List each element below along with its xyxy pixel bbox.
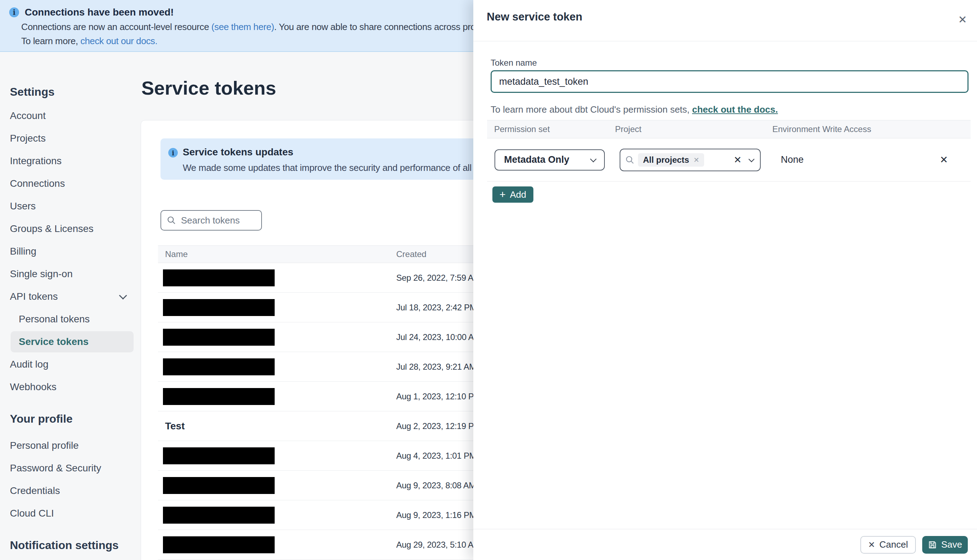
- column-header-permission-set: Permission set: [487, 124, 615, 134]
- token-name-label: Token name: [491, 58, 537, 68]
- permission-set-value: Metadata Only: [504, 154, 569, 165]
- save-button[interactable]: Save: [922, 536, 968, 553]
- chevron-down-icon: [590, 156, 596, 162]
- sidebar-item-personal-profile[interactable]: Personal profile: [10, 434, 134, 457]
- cancel-button-label: Cancel: [880, 539, 908, 550]
- chip-remove-icon[interactable]: ✕: [694, 156, 699, 164]
- chevron-down-icon: [749, 156, 754, 162]
- info-icon: i: [168, 148, 178, 157]
- token-name-cell: [163, 269, 274, 287]
- sidebar-profile-items: Personal profile Password & Security Cre…: [10, 434, 134, 525]
- token-name-cell: [163, 329, 274, 346]
- column-header-environment-write-access: Environment Write Access: [772, 124, 871, 134]
- save-button-label: Save: [941, 539, 962, 550]
- sidebar-item-api-tokens[interactable]: API tokens: [10, 285, 134, 308]
- token-name-input[interactable]: [491, 70, 969, 93]
- token-name-cell: [163, 299, 274, 316]
- sidebar-item-single-sign-on[interactable]: Single sign-on: [10, 263, 134, 285]
- token-created-cell: Jul 28, 2023, 9:21 AM P: [396, 362, 484, 372]
- permissions-grid-header: Permission set Project Environment Write…: [487, 120, 970, 138]
- close-icon: ✕: [868, 540, 875, 550]
- search-tokens-box[interactable]: [161, 210, 262, 230]
- clear-selection-icon[interactable]: ✕: [733, 154, 741, 166]
- sidebar-item-service-tokens[interactable]: Service tokens: [11, 331, 134, 352]
- sidebar-item-password-security[interactable]: Password & Security: [10, 457, 134, 480]
- sidebar-item-credentials[interactable]: Credentials: [10, 480, 134, 502]
- cancel-button[interactable]: ✕ Cancel: [860, 536, 916, 553]
- token-created-cell: Aug 4, 2023, 1:01 PM P: [396, 451, 484, 461]
- token-created-cell: Aug 9, 2023, 1:16 PM P: [396, 510, 484, 520]
- sidebar-item-projects[interactable]: Projects: [10, 127, 134, 150]
- see-them-here-link[interactable]: (see them here): [211, 22, 274, 32]
- save-icon: [928, 540, 937, 549]
- sidebar-heading-settings: Settings: [10, 85, 134, 100]
- sidebar-item-webhooks[interactable]: Webhooks: [10, 376, 134, 398]
- panel-footer: ✕ Cancel Save: [473, 529, 977, 560]
- panel-title: New service token: [487, 11, 582, 23]
- project-multiselect[interactable]: All projects ✕ ✕: [620, 148, 761, 171]
- sidebar-item-personal-tokens[interactable]: Personal tokens: [10, 308, 134, 330]
- token-name-cell: [163, 507, 274, 523]
- sidebar-heading-your-profile: Your profile: [10, 412, 134, 428]
- search-icon: [625, 155, 634, 165]
- permission-row: Metadata Only All projects ✕ ✕ None ✕: [487, 138, 970, 182]
- token-name-cell: [163, 388, 274, 405]
- token-name-cell: [163, 477, 274, 494]
- chip-label: All projects: [643, 155, 689, 165]
- add-permission-button[interactable]: + Add: [492, 187, 534, 203]
- token-created-cell: Aug 9, 2023, 8:08 AM P: [396, 480, 483, 490]
- search-icon: [167, 216, 176, 225]
- column-header-name: Name: [158, 249, 396, 259]
- all-projects-chip: All projects ✕: [638, 153, 704, 167]
- panel-body: Token name To learn more about dbt Cloud…: [473, 41, 977, 528]
- token-name-cell: [163, 536, 274, 553]
- sidebar-items: Account Projects Integrations Connection…: [10, 105, 134, 398]
- token-name-cell: [163, 358, 274, 375]
- sidebar-heading-notification-settings: Notification settings: [10, 539, 134, 554]
- close-icon[interactable]: ✕: [954, 11, 970, 28]
- permission-docs-line: To learn more about dbt Cloud's permissi…: [491, 104, 778, 115]
- column-header-created: Created: [396, 249, 426, 259]
- sidebar-item-integrations[interactable]: Integrations: [10, 150, 134, 172]
- sidebar-item-account[interactable]: Account: [10, 105, 134, 127]
- token-created-cell: Jul 18, 2023, 2:42 PM P: [396, 303, 484, 312]
- permission-set-select[interactable]: Metadata Only: [495, 149, 605, 170]
- environment-write-access-value: None: [781, 154, 804, 165]
- column-header-project: Project: [615, 124, 772, 134]
- chevron-down-icon: [119, 292, 127, 300]
- sidebar-item-users[interactable]: Users: [10, 195, 134, 218]
- check-out-our-docs-link[interactable]: check out our docs.: [80, 36, 157, 46]
- token-name-cell: Test: [158, 420, 396, 432]
- sidebar-item-connections[interactable]: Connections: [10, 172, 134, 195]
- plus-icon: +: [499, 189, 506, 200]
- dbt-cloud-settings-screen: i Connections have been moved! Connectio…: [0, 0, 977, 560]
- panel-header: New service token: [473, 0, 977, 41]
- sidebar-item-groups-licenses[interactable]: Groups & Licenses: [10, 218, 134, 240]
- check-out-the-docs-link[interactable]: check out the docs.: [692, 104, 778, 115]
- sidebar-item-cloud-cli[interactable]: Cloud CLI: [10, 502, 134, 525]
- settings-sidebar: Settings Account Projects Integrations C…: [10, 85, 134, 560]
- token-created-cell: Jul 24, 2023, 10:00 AM: [396, 332, 481, 342]
- sidebar-item-audit-log[interactable]: Audit log: [10, 353, 134, 376]
- search-input[interactable]: [180, 215, 253, 226]
- new-service-token-panel: New service token ✕ Token name To learn …: [473, 0, 977, 560]
- token-name-cell: [163, 447, 274, 464]
- remove-row-icon[interactable]: ✕: [940, 154, 948, 166]
- add-button-label: Add: [510, 189, 526, 200]
- banner-title: Connections have been moved!: [25, 7, 174, 18]
- sidebar-item-billing[interactable]: Billing: [10, 240, 134, 263]
- page-title: Service tokens: [141, 77, 276, 99]
- info-icon: i: [9, 7, 19, 17]
